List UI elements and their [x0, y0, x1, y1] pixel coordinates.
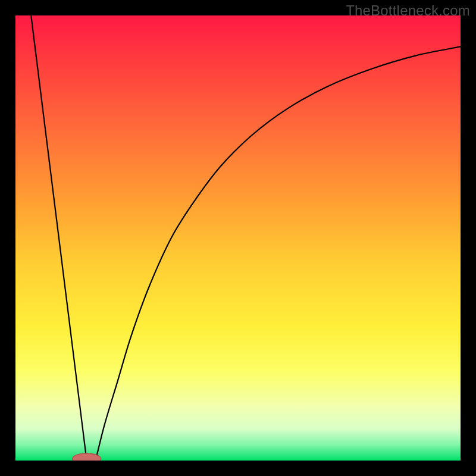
optimum-marker: [73, 453, 101, 461]
plot-area: [15, 15, 461, 461]
watermark-text: TheBottleneck.com: [346, 2, 470, 19]
chart-frame: TheBottleneck.com: [0, 0, 476, 476]
bottleneck-chart: [15, 15, 461, 461]
gradient-background: [15, 15, 461, 461]
